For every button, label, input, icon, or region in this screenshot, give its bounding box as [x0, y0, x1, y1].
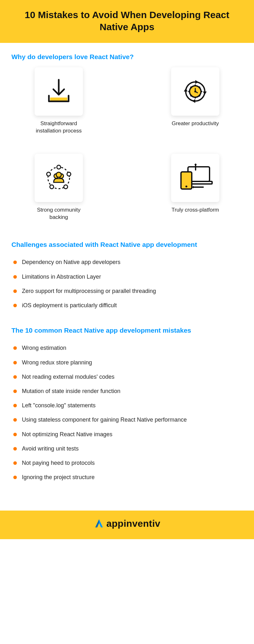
card-crossplatform-icon-box [171, 154, 219, 202]
card-installation-icon-box [35, 67, 83, 116]
section-heading-mistakes: The 10 common React Native app developme… [11, 326, 243, 335]
svg-line-13 [190, 95, 192, 96]
bullet-icon [13, 433, 17, 436]
list-item: Limitations in Abstraction Layer [11, 270, 243, 284]
card-productivity-label: Greater productivity [172, 120, 219, 127]
svg-line-12 [199, 95, 200, 96]
section-heading-love: Why do developers love React Native? [11, 52, 243, 61]
list-item: Using stateless component for gaining Re… [11, 413, 243, 427]
list-item: Wrong redux store planning [11, 356, 243, 370]
card-community-icon-box [35, 154, 83, 202]
svg-marker-4 [203, 92, 207, 95]
footer-banner: appinventiv [0, 511, 254, 539]
card-community: Strong community backing [19, 154, 98, 221]
list-item-text: Not optimizing React Native images [22, 430, 112, 438]
list-item-text: Left "console.log" statements [22, 402, 96, 410]
bullet-icon [13, 390, 17, 393]
card-installation: Straightforward installation process [19, 67, 98, 135]
card-crossplatform: Truly cross-platform [156, 154, 235, 221]
mistakes-list: Wrong estimation Wrong redux store plann… [11, 341, 243, 485]
list-item: Not optimizing React Native images [11, 427, 243, 442]
list-item-text: Not paying heed to protocols [22, 459, 95, 467]
svg-line-14 [199, 87, 200, 88]
list-item: Dependency on Native app developers [11, 255, 243, 269]
svg-point-22 [50, 185, 54, 189]
list-item: Not paying heed to protocols [11, 456, 243, 470]
list-item: Left "console.log" statements [11, 398, 243, 413]
bullet-icon [13, 261, 17, 264]
svg-marker-5 [184, 88, 188, 92]
bullet-icon [13, 447, 17, 451]
list-item-text: Avoid writing unit tests [22, 445, 79, 453]
list-item-text: Wrong estimation [22, 344, 66, 352]
header-banner: 10 Mistakes to Avoid When Developing Rea… [0, 0, 254, 43]
devices-icon [178, 164, 213, 192]
bullet-icon [13, 346, 17, 350]
bullet-icon [13, 375, 17, 379]
section-heading-challenges: Challenges associated with React Native … [11, 240, 243, 249]
list-item-text: Using stateless component for gaining Re… [22, 416, 187, 424]
card-installation-label: Straightforward installation process [30, 120, 87, 135]
bullet-icon [13, 476, 17, 479]
bullet-icon [13, 418, 17, 422]
list-item-text: Limitations in Abstraction Layer [22, 273, 101, 281]
list-item: Ignoring the project structure [11, 470, 243, 485]
gear-cycle-icon [179, 76, 211, 107]
svg-line-11 [190, 87, 192, 88]
bullet-icon [13, 404, 17, 407]
download-icon [44, 77, 73, 106]
svg-point-20 [67, 172, 71, 176]
list-item-text: Ignoring the project structure [22, 473, 95, 481]
svg-point-26 [56, 172, 61, 177]
bullet-icon [13, 304, 17, 307]
svg-point-21 [64, 185, 68, 189]
main-content: Why do developers love React Native? Str… [0, 43, 254, 511]
brand-mark-icon [94, 518, 104, 529]
brand-name: appinventiv [106, 518, 160, 529]
love-cards-grid: Straightforward installation process [11, 67, 243, 221]
challenges-list: Dependency on Native app developers Limi… [11, 255, 243, 313]
list-item-text: Wrong redux store planning [22, 359, 92, 367]
bullet-icon [13, 461, 17, 465]
list-item: Zero support for multiprocessing or para… [11, 284, 243, 298]
list-item-text: Mutation of state inside render function [22, 387, 120, 395]
list-item: Mutation of state inside render function [11, 384, 243, 398]
card-productivity-icon-box [171, 67, 219, 116]
list-item: Avoid writing unit tests [11, 442, 243, 456]
community-icon [43, 162, 75, 194]
list-item: Wrong estimation [11, 341, 243, 355]
svg-marker-34 [194, 164, 197, 165]
list-item-text: Zero support for multiprocessing or para… [22, 287, 156, 295]
page-title: 10 Mistakes to Avoid When Developing Rea… [13, 9, 241, 33]
svg-point-19 [57, 165, 61, 169]
bullet-icon [13, 289, 17, 293]
svg-point-30 [185, 186, 187, 187]
svg-point-23 [47, 172, 50, 176]
card-crossplatform-label: Truly cross-platform [171, 207, 219, 214]
bullet-icon [13, 275, 17, 279]
list-item: iOS deployment is particularly difficult [11, 298, 243, 313]
list-item-text: iOS deployment is particularly difficult [22, 302, 117, 309]
brand-logo: appinventiv [94, 518, 160, 529]
list-item-text: Not reading external modules' codes [22, 373, 115, 381]
card-community-label: Strong community backing [30, 207, 87, 221]
bullet-icon [13, 361, 17, 364]
list-item-text: Dependency on Native app developers [22, 258, 120, 266]
list-item: Not reading external modules' codes [11, 370, 243, 384]
card-productivity: Greater productivity [156, 67, 235, 135]
